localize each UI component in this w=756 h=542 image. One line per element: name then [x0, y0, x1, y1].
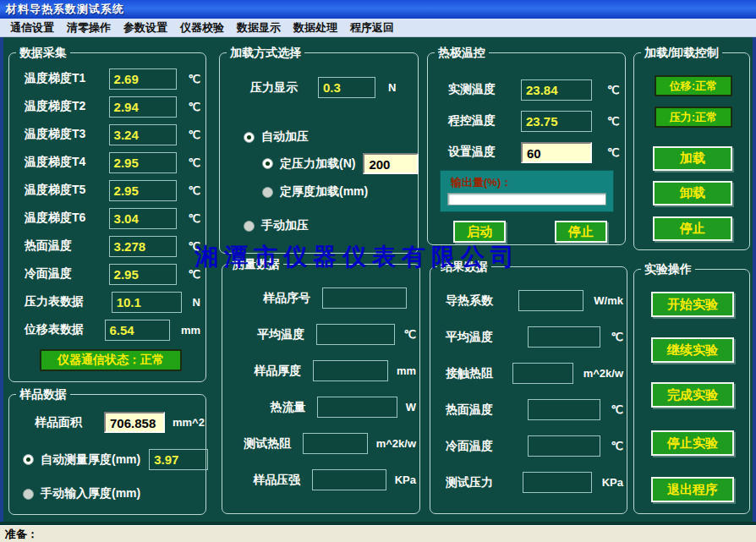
- menu-item-program-return[interactable]: 程序返回: [345, 19, 399, 36]
- unit-label: m^2k/w: [583, 367, 623, 380]
- panel-sample-data-title: 样品数据: [16, 386, 70, 402]
- auto-press-radio[interactable]: [244, 132, 255, 143]
- measured-temp-row: 实测温度 23.84 ℃: [448, 79, 620, 101]
- auto-thickness-option[interactable]: 自动测量厚度(mm) 3.97: [23, 449, 208, 470]
- menu-item-data-display[interactable]: 数据显示: [232, 19, 286, 36]
- measurement-row-sample-pressure: 样品压强 KPa: [239, 468, 416, 491]
- output-progress-bar: [447, 193, 606, 205]
- measurement-row-thickness: 样品厚度 mm: [239, 359, 416, 382]
- field-label: 压力表数据: [25, 294, 112, 309]
- pressure-display-label: 压力显示: [250, 80, 318, 96]
- panel-experiment-title: 实验操作: [641, 261, 695, 277]
- field-label: 导热系数: [446, 293, 508, 309]
- field-label: 温度梯度T1: [25, 71, 109, 86]
- value-display: 2.69: [109, 68, 178, 90]
- unit-label: ℃: [188, 212, 200, 225]
- stop-heating-button[interactable]: 停止: [555, 221, 607, 243]
- window-title: 材料导热系数测试系统: [6, 2, 124, 17]
- data-row-hot-face: 热面温度 3.278 ℃: [25, 235, 200, 257]
- load-button[interactable]: 加载: [653, 146, 732, 171]
- const-pressure-input[interactable]: 200: [363, 153, 419, 174]
- unit-label: ℃: [607, 146, 620, 159]
- unit-label: m^2k/w: [376, 437, 416, 450]
- field-label: 温度梯度T5: [25, 183, 109, 198]
- panel-loading-mode: 加载方式选择 压力显示 0.3 N 自动加压 定压力加载(N) 200 定厚度加…: [219, 52, 419, 254]
- menu-item-parameter-settings[interactable]: 参数设置: [118, 19, 173, 36]
- unit-label: N: [193, 296, 200, 309]
- const-pressure-option[interactable]: 定压力加载(N) 200: [262, 153, 419, 174]
- result-row-hot-face: 热面温度 ℃: [446, 398, 623, 421]
- value-display: 3.278: [109, 236, 178, 257]
- set-temp-input[interactable]: 60: [521, 142, 592, 163]
- manual-press-label: 手动加压: [261, 218, 309, 233]
- stop-load-button[interactable]: 停止: [653, 216, 732, 241]
- value-display: 3.24: [109, 124, 178, 145]
- panel-measurement: 测量数据 样品序号 平均温度 ℃ 样品厚度 mm 热: [222, 264, 420, 514]
- unit-label: W/mk: [594, 294, 623, 307]
- unit-label: mm: [181, 324, 200, 337]
- field-label: 热面温度: [25, 238, 109, 254]
- manual-press-radio[interactable]: [244, 221, 255, 232]
- finish-experiment-button[interactable]: 完成实验: [651, 382, 734, 408]
- field-label: 冷面温度: [25, 266, 109, 282]
- data-row-t5: 温度梯度T5 2.95 ℃: [25, 179, 200, 201]
- auto-thickness-label: 自动测量厚度(mm): [41, 452, 140, 468]
- comm-status-indicator: 仪器通信状态：正常: [40, 349, 182, 371]
- value-display: 2.94: [109, 96, 178, 118]
- menu-item-data-processing[interactable]: 数据处理: [288, 19, 342, 36]
- pressure-status-indicator: 压力:正常: [655, 107, 732, 128]
- result-row-test-pressure: 测试压力 KPa: [446, 471, 623, 494]
- continue-experiment-button[interactable]: 继续实验: [651, 337, 734, 363]
- measurement-row-heat-flow: 热流量 W: [239, 396, 416, 419]
- exit-program-button[interactable]: 退出程序: [651, 477, 734, 502]
- auto-press-option[interactable]: 自动加压: [244, 129, 309, 145]
- unit-label: ℃: [611, 403, 623, 416]
- unit-label: ℃: [188, 129, 200, 141]
- unload-button[interactable]: 卸载: [653, 181, 732, 205]
- auto-thickness-radio[interactable]: [23, 454, 34, 465]
- manual-press-option[interactable]: 手动加压: [244, 218, 309, 233]
- panel-measurement-title: 测量数据: [229, 256, 283, 272]
- window-border-right: [753, 37, 756, 522]
- pressure-display-value: 0.3: [318, 77, 375, 98]
- sample-area-input[interactable]: 706.858: [104, 412, 165, 433]
- const-pressure-radio[interactable]: [262, 158, 273, 169]
- menu-item-communication-settings[interactable]: 通信设置: [5, 19, 59, 36]
- start-heating-button[interactable]: 启动: [453, 221, 506, 243]
- data-collection-rows: 温度梯度T1 2.69 ℃ 温度梯度T2 2.94 ℃ 温度梯度T3 3.24 …: [25, 68, 200, 341]
- stop-experiment-button[interactable]: 停止实验: [651, 430, 734, 456]
- field-label: 温度梯度T3: [25, 127, 109, 142]
- data-row-pressure-gauge: 压力表数据 10.1 N: [25, 291, 200, 313]
- panel-results-title: 结果数据: [437, 259, 491, 275]
- auto-thickness-value: 3.97: [149, 449, 208, 470]
- const-pressure-label: 定压力加载(N): [280, 156, 355, 172]
- menu-item-instrument-calibration[interactable]: 仪器校验: [175, 19, 229, 36]
- start-experiment-button[interactable]: 开始实验: [651, 292, 734, 317]
- manual-thickness-label: 手动输入厚度(mm): [41, 486, 140, 501]
- field-label: 平均温度: [239, 327, 304, 342]
- hot-pole-rows: 实测温度 23.84 ℃ 程控温度 23.75 ℃ 设置温度 60 ℃: [448, 79, 620, 163]
- field-label: 热流量: [239, 400, 305, 415]
- unit-label: ℃: [188, 156, 200, 169]
- status-text: 准备：: [5, 527, 38, 542]
- const-thickness-option[interactable]: 定厚度加载(mm): [262, 184, 368, 200]
- measurement-row-thermal-resistance: 测试热阻 m^2k/w: [239, 432, 416, 455]
- field-label: 冷面温度: [446, 439, 518, 454]
- value-display: [316, 324, 395, 345]
- manual-thickness-radio[interactable]: [23, 489, 34, 500]
- value-display: [512, 363, 572, 384]
- value-display: 10.1: [112, 292, 182, 313]
- pressure-display-row: 压力显示 0.3 N: [250, 77, 396, 98]
- value-display: [317, 397, 397, 418]
- status-bar: 准备：: [0, 525, 756, 542]
- const-thickness-radio[interactable]: [262, 187, 273, 198]
- data-row-t2: 温度梯度T2 2.94 ℃: [25, 96, 200, 118]
- menu-item-zero-operation[interactable]: 清零操作: [62, 19, 116, 36]
- manual-thickness-option[interactable]: 手动输入厚度(mm): [23, 486, 140, 501]
- data-row-t4: 温度梯度T4 2.95 ℃: [25, 151, 200, 173]
- app-window: 材料导热系数测试系统 通信设置 清零操作 参数设置 仪器校验 数据显示 数据处理…: [0, 0, 756, 542]
- value-display: [322, 287, 407, 309]
- value-display: [528, 326, 601, 348]
- value-display: 2.95: [109, 264, 178, 285]
- value-display: 6.54: [105, 320, 170, 341]
